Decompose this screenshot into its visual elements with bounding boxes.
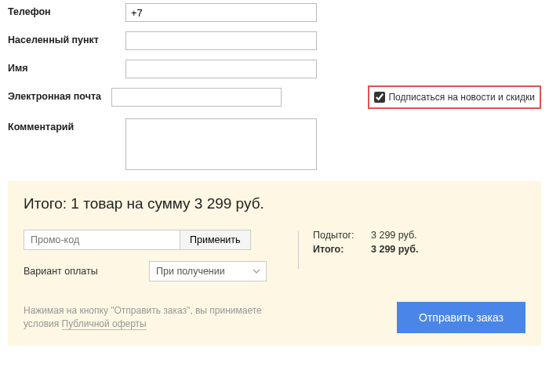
totals: Подытог: 3 299 руб. Итого: 3 299 руб.	[313, 230, 418, 281]
name-row: Имя	[8, 60, 541, 78]
summary-footer: Нажимая на кнопку "Отправить заказ", вы …	[24, 302, 525, 333]
comment-label: Комментарий	[8, 118, 125, 132]
total-value: 3 299 руб.	[371, 244, 418, 255]
phone-label: Телефон	[8, 3, 125, 17]
email-input[interactable]	[111, 88, 282, 107]
payment-selected-text: При получении	[156, 266, 225, 277]
comment-row: Комментарий	[8, 118, 541, 170]
phone-row: Телефон	[8, 3, 541, 22]
promo-input[interactable]	[24, 230, 180, 250]
name-label: Имя	[8, 60, 125, 74]
promo-row: Применить	[24, 230, 298, 250]
total-label: Итого:	[313, 244, 363, 255]
offer-link[interactable]: Публичной оферты	[62, 318, 147, 330]
payment-label: Вариант оплаты	[24, 266, 149, 277]
subtotal-value: 3 299 руб.	[371, 230, 417, 241]
payment-select[interactable]: При получении	[149, 261, 267, 281]
payment-row: Вариант оплаты При получении	[24, 261, 298, 281]
order-summary: Итого: 1 товар на сумму 3 299 руб. Приме…	[8, 181, 541, 346]
summary-left: Применить Вариант оплаты При получении	[24, 230, 298, 281]
city-label: Населенный пункт	[8, 31, 125, 45]
subscribe-checkbox[interactable]	[374, 92, 385, 103]
email-label: Электронная почта	[8, 88, 111, 102]
phone-input[interactable]	[125, 3, 317, 22]
subscribe-highlight: Подписаться на новости и скидки	[368, 85, 541, 109]
email-row: Электронная почта Подписаться на новости…	[8, 88, 541, 109]
vertical-divider	[298, 231, 299, 269]
promo-apply-button[interactable]: Применить	[180, 230, 251, 250]
subtotal-label: Подытог:	[313, 230, 363, 241]
name-input[interactable]	[125, 60, 317, 78]
city-input[interactable]	[125, 31, 317, 50]
checkout-form: Телефон Населенный пункт Имя Электронная…	[0, 0, 549, 170]
summary-title: Итого: 1 товар на сумму 3 299 руб.	[24, 195, 525, 212]
disclaimer: Нажимая на кнопку "Отправить заказ", вы …	[24, 304, 282, 332]
submit-order-button[interactable]: Отправить заказ	[397, 302, 525, 333]
summary-mid: Применить Вариант оплаты При получении П…	[24, 230, 525, 281]
comment-textarea[interactable]	[125, 118, 317, 170]
city-row: Населенный пункт	[8, 31, 541, 50]
subscribe-label: Подписаться на новости и скидки	[388, 92, 535, 103]
payment-select-wrap: При получении	[149, 261, 267, 281]
